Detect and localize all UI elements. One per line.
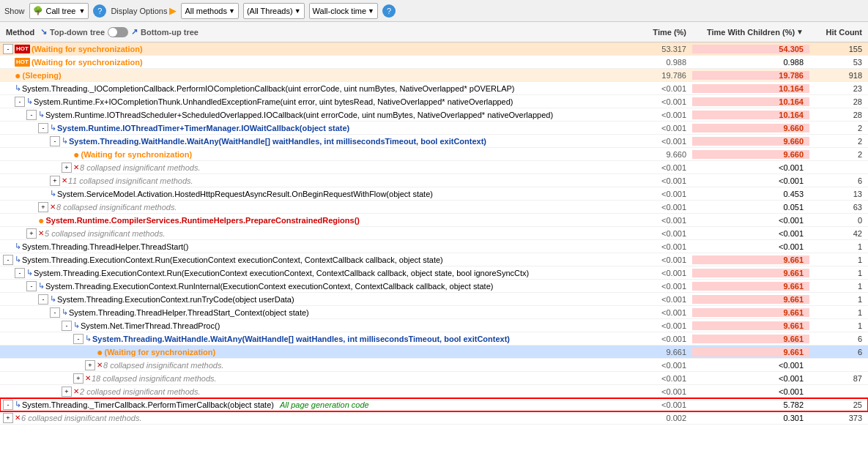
time-children-cell: 9.661: [692, 255, 809, 264]
table-row[interactable]: -↳System.Threading.ExecutionContext.Run(…: [0, 253, 868, 266]
table-row[interactable]: +✕18 collapsed insignificant methods.<0.…: [0, 372, 868, 385]
all-methods-dropdown[interactable]: All methods ▼: [181, 3, 238, 19]
table-row[interactable]: -↳System.Threading.WaitHandle.WaitAny(Wa…: [0, 135, 868, 148]
expand-button[interactable]: -: [38, 294, 48, 305]
table-row[interactable]: ↳System.Threading._IOCompletionCallback.…: [0, 82, 868, 95]
expand-button[interactable]: -: [15, 268, 25, 278]
hit-count-cell: 63: [809, 203, 868, 212]
method-cell: ●(Waiting for synchronization): [0, 149, 619, 160]
display-options-arrow: ▶: [169, 5, 177, 16]
method-cell: ↳System.ServiceModel.Activation.HostedHt…: [0, 189, 619, 198]
expand-button[interactable]: -: [3, 255, 13, 265]
table-row[interactable]: -HOT(Waiting for synchronization)53.3175…: [0, 42, 868, 56]
table-row[interactable]: -↳System.Net.TimerThread.ThreadProc()<0.…: [0, 319, 868, 332]
all-threads-dropdown[interactable]: (All Threads) ▼: [243, 3, 305, 19]
time-children-cell: 54.305: [692, 45, 809, 53]
time-cell: <0.001: [619, 203, 692, 212]
table-row[interactable]: -↳System.Threading.ExecutionContext.RunI…: [0, 280, 868, 293]
expand-button[interactable]: +: [38, 202, 48, 212]
time-cell: 19.786: [619, 71, 692, 80]
expand-button[interactable]: -: [38, 123, 48, 133]
table-row[interactable]: +✕8 collapsed insignificant methods.<0.0…: [0, 201, 868, 214]
time-children-cell: 9.661: [692, 269, 809, 277]
time-children-column-header[interactable]: Time With Children (%) ▼: [692, 28, 809, 37]
table-row[interactable]: -↳System.Threading.ExecutionContext.runT…: [0, 293, 868, 306]
table-row[interactable]: -↳System.Threading.WaitHandle.WaitAny(Wa…: [0, 332, 868, 346]
time-cell: <0.001: [619, 295, 692, 304]
table-row[interactable]: +✕8 collapsed insignificant methods.<0.0…: [0, 161, 868, 174]
expand-button[interactable]: -: [3, 44, 13, 54]
table-row[interactable]: +✕2 collapsed insignificant methods.<0.0…: [0, 385, 868, 398]
table-row[interactable]: ↳System.Threading.ThreadHelper.ThreadSta…: [0, 240, 868, 253]
expand-button[interactable]: +: [50, 176, 60, 186]
arrow-icon: ↳: [38, 281, 45, 291]
method-name: 6 collapsed insignificant methods.: [21, 414, 141, 422]
time-children-cell: 9.661: [692, 282, 809, 291]
table-row[interactable]: +✕11 collapsed insignificant methods.<0.…: [0, 174, 868, 187]
method-name: System.Threading.WaitHandle.WaitAny(Wait…: [92, 335, 510, 343]
expand-button[interactable]: -: [15, 97, 25, 107]
expand-button[interactable]: -: [3, 400, 13, 410]
tree-toggle-track[interactable]: [108, 27, 128, 37]
expand-button[interactable]: +: [3, 413, 13, 423]
method-cell: -↳System.Threading.ThreadHelper.ThreadSt…: [0, 307, 619, 318]
table-row[interactable]: ●(Waiting for synchronization)9.6619.661…: [0, 346, 868, 359]
table-row[interactable]: ●System.Runtime.CompilerServices.Runtime…: [0, 214, 868, 227]
wall-clock-dropdown[interactable]: Wall-clock time ▼: [309, 3, 378, 19]
page-gen-tag: All page generation code: [280, 400, 369, 409]
expand-button[interactable]: -: [50, 307, 60, 318]
call-tree-value: Call tree: [46, 7, 76, 15]
time-children-cell: 0.988: [692, 58, 809, 67]
display-options-button[interactable]: Display Options ▶: [111, 5, 177, 16]
method-cell: +✕11 collapsed insignificant methods.: [0, 176, 619, 186]
expand-button[interactable]: -: [26, 281, 37, 291]
hot-icon: HOT: [15, 45, 30, 53]
table-row[interactable]: ↳System.ServiceModel.Activation.HostedHt…: [0, 187, 868, 201]
hit-count-column-header[interactable]: Hit Count: [809, 28, 868, 37]
table-row[interactable]: -↳System.Runtime.IOThreadScheduler+Sched…: [0, 108, 868, 122]
toolbar: Show 🌳 Call tree ▼ ? Display Options ▶ A…: [0, 0, 868, 22]
expand-button[interactable]: -: [26, 110, 37, 120]
method-cell: -↳System.Threading.ExecutionContext.Run(…: [0, 255, 619, 265]
table-row[interactable]: HOT(Waiting for synchronization)0.9880.9…: [0, 56, 868, 69]
arrow-icon: ↳: [15, 242, 21, 251]
arrow-icon: ↳: [15, 400, 21, 409]
method-name: System.Runtime.CompilerServices.RuntimeH…: [45, 216, 360, 225]
table-row[interactable]: ●(Sleeping)19.78619.786918: [0, 69, 868, 82]
table-row[interactable]: -↳System.Runtime.IOThreadTimer+TimerMana…: [0, 122, 868, 135]
expand-button[interactable]: -: [50, 136, 60, 146]
time-cell: <0.001: [619, 308, 692, 317]
table-row[interactable]: ●(Waiting for synchronization)9.6609.660…: [0, 148, 868, 161]
expand-button[interactable]: +: [62, 387, 72, 397]
dot-icon: ●: [38, 215, 44, 225]
table-row[interactable]: -↳System.Threading.ExecutionContext.Run(…: [0, 266, 868, 280]
method-cell: -↳System.Threading.ExecutionContext.Run(…: [0, 268, 619, 278]
expand-button[interactable]: +: [73, 373, 84, 384]
table-row[interactable]: +✕6 collapsed insignificant methods.0.00…: [0, 411, 868, 425]
expand-button[interactable]: -: [62, 321, 72, 331]
time-column-header[interactable]: Time (%): [619, 28, 692, 37]
expand-button[interactable]: +: [26, 228, 37, 239]
method-cell: -↳System.Net.TimerThread.ThreadProc(): [0, 321, 619, 331]
cross-icon: ✕: [50, 203, 56, 211]
table-row[interactable]: -↳System.Threading.ThreadHelper.ThreadSt…: [0, 306, 868, 319]
method-name: System.Runtime.IOThreadScheduler+Schedul…: [45, 111, 553, 119]
time-children-cell: 9.661: [692, 321, 809, 330]
call-tree-dropdown[interactable]: 🌳 Call tree ▼: [29, 3, 89, 19]
method-cell: -HOT(Waiting for synchronization): [0, 44, 619, 54]
method-cell: +✕18 collapsed insignificant methods.: [0, 373, 619, 384]
tree-toggle[interactable]: ↘ Top-down tree ↗ Bottom-up tree: [40, 27, 199, 37]
table-row[interactable]: +✕8 collapsed insignificant methods.<0.0…: [0, 359, 868, 372]
table-row[interactable]: -↳System.Threading._TimerCallback.Perfor…: [0, 398, 868, 411]
help-button-2[interactable]: ?: [382, 4, 396, 18]
table-row[interactable]: +✕5 collapsed insignificant methods.<0.0…: [0, 227, 868, 240]
time-children-cell: 19.786: [692, 71, 809, 80]
arrow-icon: ↳: [50, 189, 56, 198]
expand-button[interactable]: +: [62, 163, 72, 173]
cross-icon: ✕: [97, 361, 103, 369]
tree-toggle-thumb: [108, 28, 117, 37]
expand-button[interactable]: +: [85, 360, 95, 370]
expand-button[interactable]: -: [73, 334, 84, 344]
help-button-1[interactable]: ?: [93, 4, 106, 18]
table-row[interactable]: -↳System.Runtime.Fx+IOCompletionThunk.Un…: [0, 95, 868, 108]
